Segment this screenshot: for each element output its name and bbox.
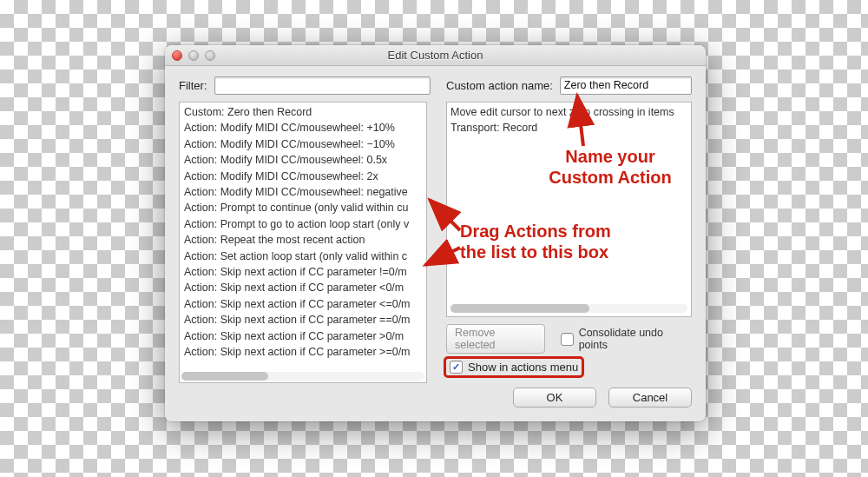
- list-item[interactable]: Action: Modify MIDI CC/mousewheel: −10%: [181, 136, 425, 152]
- remove-selected-button[interactable]: Remove selected: [446, 324, 545, 354]
- list-item[interactable]: Action: Set action loop start (only vali…: [181, 248, 425, 264]
- list-item[interactable]: Action: Skip next action if CC parameter…: [181, 312, 425, 328]
- custom-action-name-input[interactable]: Zero then Record: [560, 76, 692, 95]
- list-item[interactable]: Action: Skip next action if CC parameter…: [181, 296, 425, 312]
- scrollbar-thumb[interactable]: [181, 372, 268, 381]
- consolidate-undo-checkbox[interactable]: Consolidate undo points: [561, 327, 692, 351]
- scrollbar-thumb[interactable]: [450, 304, 589, 313]
- list-item[interactable]: Custom: Zero then Record: [181, 104, 425, 120]
- sequence-hscroll[interactable]: [450, 304, 687, 313]
- left-pane: Filter: Custom: Zero then Record Action:…: [179, 76, 431, 407]
- actions-list-hscroll[interactable]: [181, 372, 424, 381]
- custom-action-name-label: Custom action name:: [446, 79, 553, 92]
- action-sequence-box[interactable]: Move edit cursor to next zero crossing i…: [446, 102, 692, 317]
- cancel-button[interactable]: Cancel: [608, 388, 692, 407]
- list-item[interactable]: Action: Modify MIDI CC/mousewheel: 0.5x: [181, 152, 425, 168]
- ok-button[interactable]: OK: [513, 388, 596, 407]
- list-item[interactable]: Transport: Record: [450, 120, 687, 136]
- list-item[interactable]: Move edit cursor to next zero crossing i…: [450, 104, 687, 120]
- list-item[interactable]: Action: Skip next action if CC parameter…: [181, 344, 425, 360]
- list-item[interactable]: Action: Prompt to go to action loop star…: [181, 216, 425, 232]
- edit-custom-action-window: Edit Custom Action Filter: Custom: Zero …: [165, 45, 706, 421]
- list-item[interactable]: Action: Skip next action if CC parameter…: [181, 280, 425, 295]
- list-item[interactable]: Action: Modify MIDI CC/mousewheel: negat…: [181, 184, 425, 200]
- minimize-icon[interactable]: [188, 50, 199, 61]
- consolidate-undo-label: Consolidate undo points: [579, 327, 692, 351]
- list-item[interactable]: Action: Repeat the most recent action: [181, 232, 425, 248]
- filter-label: Filter:: [179, 79, 207, 92]
- actions-list[interactable]: Custom: Zero then Record Action: Modify …: [179, 102, 427, 383]
- window-title: Edit Custom Action: [165, 49, 706, 62]
- filter-input[interactable]: [214, 76, 431, 95]
- list-item[interactable]: Action: Modify MIDI CC/mousewheel: +10%: [181, 120, 425, 136]
- list-item[interactable]: Action: Modify MIDI CC/mousewheel: 2x: [181, 169, 425, 184]
- checkbox-icon[interactable]: [561, 333, 574, 346]
- right-pane: Custom action name: Zero then Record Mov…: [446, 76, 692, 407]
- close-icon[interactable]: [172, 50, 182, 61]
- show-in-actions-menu-checkbox[interactable]: ✓ Show in actions menu: [446, 359, 582, 375]
- zoom-icon[interactable]: [205, 50, 215, 61]
- show-in-actions-menu-label: Show in actions menu: [468, 361, 578, 374]
- titlebar[interactable]: Edit Custom Action: [165, 45, 706, 66]
- list-item[interactable]: Action: Prompt to continue (only valid w…: [181, 200, 425, 215]
- list-item[interactable]: Action: Skip next action if CC parameter…: [181, 264, 425, 280]
- checkbox-icon[interactable]: ✓: [450, 361, 463, 374]
- list-item[interactable]: Action: Skip next action if CC parameter…: [181, 328, 425, 344]
